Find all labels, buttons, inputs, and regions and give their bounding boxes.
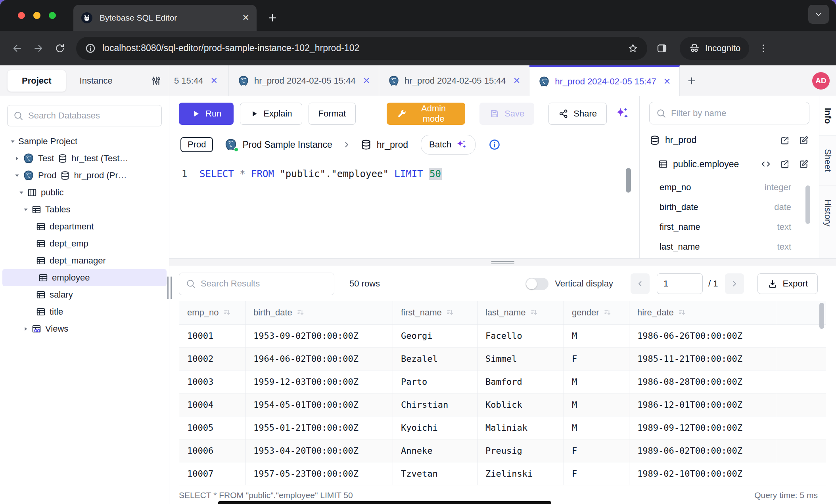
tree-item-table-dept-manager[interactable]: dept_manager [0, 252, 169, 269]
code-icon[interactable] [760, 158, 771, 170]
caret-down-icon[interactable] [16, 189, 27, 197]
zoom-window-button[interactable] [49, 12, 56, 19]
format-button[interactable]: Format [309, 103, 356, 125]
browser-tab[interactable]: Bytebase SQL Editor ✕ [73, 5, 257, 31]
caret-right-icon[interactable] [20, 325, 31, 333]
minimize-window-button[interactable] [33, 12, 40, 19]
side-panel-icon[interactable] [656, 42, 668, 54]
vertical-display-toggle[interactable] [525, 278, 548, 290]
divider-drag-handle[interactable] [491, 261, 514, 264]
prev-page-button[interactable] [631, 273, 650, 294]
database-search-input[interactable] [28, 111, 156, 121]
external-link-icon[interactable] [779, 135, 790, 146]
rail-tab-sheet[interactable]: Sheet [819, 136, 836, 185]
page-input[interactable] [657, 273, 703, 294]
results-search-input[interactable] [201, 279, 328, 289]
site-info-icon[interactable] [85, 43, 96, 54]
user-avatar[interactable]: AD [812, 72, 830, 90]
new-query-tab-button[interactable] [680, 65, 704, 96]
column-row-first_name[interactable]: first_nametext [640, 217, 819, 237]
column-header-birth_date[interactable]: birth_date [245, 301, 393, 325]
tree-item-table-department[interactable]: department [0, 218, 169, 235]
sort-icon[interactable] [446, 308, 454, 317]
tree-item-table-salary[interactable]: salary [0, 286, 169, 303]
close-tab-icon[interactable]: ✕ [242, 13, 249, 23]
forward-icon[interactable] [29, 39, 48, 57]
rail-tab-history[interactable]: History [819, 185, 836, 240]
schema-filter[interactable] [649, 102, 809, 124]
schema-scrollbar[interactable] [805, 185, 810, 224]
tab-project[interactable]: Project [7, 70, 66, 92]
sort-icon[interactable] [296, 308, 305, 317]
editor-tab-1[interactable]: hr_prod 2024-02-05 15:44✕ [229, 65, 379, 96]
new-tab-button[interactable] [265, 10, 280, 25]
sort-icon[interactable] [678, 308, 686, 317]
close-tab-icon[interactable]: ✕ [363, 76, 370, 86]
run-button[interactable]: Run [179, 103, 234, 125]
bookmark-star-icon[interactable] [627, 43, 639, 54]
schema-filter-input[interactable] [671, 108, 803, 118]
editor-tab-2[interactable]: hr_prod 2024-02-05 15:44✕ [379, 65, 529, 96]
schema-database-row[interactable]: hr_prod [640, 128, 819, 152]
share-button[interactable]: Share [548, 103, 607, 125]
admin-mode-button[interactable]: Admin mode [387, 103, 465, 125]
sidebar-settings-icon[interactable] [151, 75, 162, 86]
tree-item-table-employee[interactable]: employee [2, 269, 167, 286]
sidebar-resize-handle[interactable] [167, 277, 172, 299]
ai-sparkles-icon[interactable] [614, 106, 630, 122]
sort-icon[interactable] [603, 308, 612, 317]
reload-icon[interactable] [51, 39, 69, 57]
results-search[interactable] [179, 273, 334, 295]
edit-icon[interactable] [798, 158, 809, 170]
tab-list-chevron-button[interactable] [808, 5, 829, 24]
editor-scrollbar[interactable] [626, 168, 631, 193]
browser-menu-icon[interactable] [758, 43, 769, 54]
close-window-button[interactable] [18, 12, 25, 19]
database-name[interactable]: hr_prod [377, 139, 408, 150]
column-header-last_name[interactable]: last_name [477, 301, 564, 325]
address-bar[interactable]: localhost:8080/sql-editor/prod-sample-in… [76, 37, 647, 60]
back-icon[interactable] [8, 39, 26, 57]
editor-tab-3[interactable]: hr_prod 2024-02-05 15:47✕ [529, 65, 680, 96]
panel-divider[interactable] [169, 258, 836, 266]
close-tab-icon[interactable]: ✕ [513, 76, 520, 86]
column-row-emp_no[interactable]: emp_nointeger [640, 178, 819, 197]
tab-instance[interactable]: Instance [80, 76, 113, 86]
save-button[interactable]: Save [479, 103, 534, 125]
column-header-first_name[interactable]: first_name [393, 301, 477, 325]
tree-item-views-group[interactable]: Views [0, 320, 169, 337]
schema-table-row[interactable]: public.employee [640, 152, 819, 176]
export-button[interactable]: Export [757, 273, 818, 294]
column-row-birth_date[interactable]: birth_datedate [640, 197, 819, 217]
sort-icon[interactable] [530, 308, 539, 317]
column-header-gender[interactable]: gender [564, 301, 629, 325]
caret-down-icon[interactable] [7, 137, 18, 145]
batch-button[interactable]: Batch [421, 135, 476, 155]
next-page-button[interactable] [725, 273, 744, 294]
sql-editor[interactable]: 1 SELECT * FROM "public"."employee" LIMI… [169, 158, 639, 258]
external-link-icon[interactable] [779, 158, 790, 170]
close-tab-icon[interactable]: ✕ [210, 76, 217, 86]
caret-down-icon[interactable] [12, 172, 23, 179]
tree-item-tables-group[interactable]: Tables [0, 201, 169, 218]
info-icon[interactable] [488, 138, 501, 151]
column-header-emp_no[interactable]: emp_no [179, 301, 245, 325]
tree-item-table-title[interactable]: title [0, 303, 169, 320]
tree-item-sample-project[interactable]: Sample Project [0, 133, 169, 150]
close-tab-icon[interactable]: ✕ [663, 76, 671, 87]
rail-tab-info[interactable]: Info [819, 96, 836, 136]
results-scrollbar[interactable] [819, 303, 824, 329]
sort-icon[interactable] [223, 308, 232, 317]
tree-item-table-dept-emp[interactable]: dept_emp [0, 235, 169, 252]
edit-icon[interactable] [798, 135, 809, 146]
caret-right-icon[interactable] [12, 155, 23, 162]
column-header-hire_date[interactable]: hire_date [629, 301, 776, 325]
caret-down-icon[interactable] [20, 206, 31, 214]
database-search[interactable] [7, 105, 162, 126]
tree-item-env-prod-hr-prod[interactable]: Prodhr_prod (Pr… [0, 167, 169, 184]
tree-item-env-test-hr-test[interactable]: Testhr_test (Test… [0, 150, 169, 167]
tree-item-schema-public[interactable]: public [0, 184, 169, 201]
column-row-last_name[interactable]: last_nametext [640, 237, 819, 257]
explain-button[interactable]: Explain [240, 103, 302, 125]
editor-tab-0[interactable]: 5 15:44✕ [169, 65, 229, 96]
